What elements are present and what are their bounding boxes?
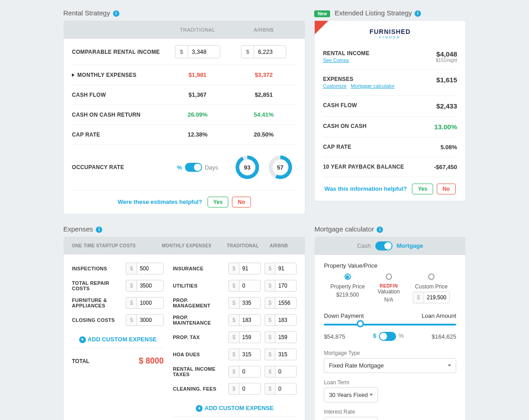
repair-input[interactable]: $ <box>126 280 164 292</box>
prop_maint-trad-input[interactable]: $ <box>228 314 261 326</box>
feedback-text: Were these estimates helpful? <box>118 198 202 205</box>
furniture-input[interactable]: $ <box>126 297 164 309</box>
traditional-header: TRADITIONAL <box>165 27 231 33</box>
down-payment-slider[interactable] <box>324 324 456 326</box>
expenses-card: ONE TIME STARTUP COSTS MONTHLY EXPENSES … <box>63 236 305 420</box>
coc-label: CASH ON CASH RETURN <box>72 112 165 118</box>
mortgage-card: Cash Mortgage Property Value/Price Prope… <box>314 236 466 420</box>
ext-payback-label: 10 YEAR PAYBACK BALANCE <box>323 164 404 170</box>
coc-airbnb: 54.41% <box>231 111 297 118</box>
prop_tax-trad-input[interactable]: $ <box>228 331 261 343</box>
monthly-prop_mgmt-label: PROP. MANAGEMENT <box>173 297 228 308</box>
closing-input[interactable]: $ <box>126 314 164 326</box>
prop_mgmt-airbnb-input[interactable]: $ <box>264 297 297 309</box>
cash-flow-label: CASH FLOW <box>72 92 165 98</box>
cleaning-airbnb-input[interactable]: $ <box>264 383 297 395</box>
closing-label: CLOSING COSTS <box>72 317 126 323</box>
info-icon[interactable]: i <box>377 227 383 233</box>
pct-label: % <box>177 164 182 171</box>
monthly-insurance-label: INSURANCE <box>173 266 228 271</box>
expenses-title: Expenses i <box>63 225 305 233</box>
monthly-exp-airbnb: $3,372 <box>231 71 297 78</box>
monthly-hoa-label: HOA DUES <box>173 352 228 357</box>
cap-trad: 12.38% <box>165 131 231 138</box>
cap-airbnb: 20.50% <box>231 131 297 138</box>
radio-icon <box>345 274 351 280</box>
yes-button[interactable]: Yes <box>208 197 229 208</box>
down-payment-val: $54,875 <box>324 333 345 340</box>
plus-icon: + <box>196 405 203 412</box>
custom-price-option[interactable]: Custom Price $ <box>413 274 450 303</box>
monthly-utilities-label: UTILITIES <box>173 283 228 288</box>
property-price-option[interactable]: Property Price $219,500 <box>331 274 365 303</box>
ext-cashflow-val: $2,433 <box>436 102 457 110</box>
no-button[interactable]: No <box>437 184 456 194</box>
loan-term-label: Loan Term <box>324 379 456 386</box>
monthly-expenses-label[interactable]: MONTHLY EXPENSES <box>72 72 165 78</box>
loan-term-select[interactable]: 30 Years Fixed <box>324 387 378 402</box>
mortgage-type-select[interactable]: Fixed Rate Mortgage <box>324 358 456 373</box>
radio-icon <box>386 274 392 280</box>
prop_maint-airbnb-input[interactable]: $ <box>264 314 297 326</box>
airbnb-occupancy-donut: 57 <box>269 156 292 179</box>
monthly-prop_tax-label: PROP. TAX <box>173 335 228 340</box>
add-custom-monthly[interactable]: +ADD CUSTOM EXPENSE <box>173 400 297 416</box>
rental_tax-airbnb-input[interactable]: $ <box>264 366 297 378</box>
info-icon[interactable]: i <box>415 10 421 17</box>
mortgage-calc-link[interactable]: Mortgage calculator <box>351 83 395 89</box>
ext-cap-val: 5.08% <box>440 144 457 151</box>
rental_tax-trad-input[interactable]: $ <box>228 366 261 378</box>
custom-price-input[interactable] <box>424 292 450 303</box>
coc-trad: 26.09% <box>165 111 231 118</box>
startup-hdr: ONE TIME STARTUP COSTS <box>72 243 162 248</box>
redfin-option[interactable]: REDFIN Valuation N/A <box>378 274 400 303</box>
ext-expenses-label: EXPENSES <box>323 76 394 82</box>
rental-strategy-title: Rental Strategy i <box>63 9 305 17</box>
hoa-airbnb-input[interactable]: $ <box>264 349 297 360</box>
hoa-trad-input[interactable]: $ <box>228 349 261 360</box>
customize-link[interactable]: Customize <box>323 83 346 89</box>
cash-label: Cash <box>357 242 371 249</box>
ext-cashflow-label: CASH FLOW <box>323 102 357 109</box>
ext-expenses-val: $1,615 <box>436 76 457 84</box>
ext-cap-label: CAP RATE <box>323 144 351 150</box>
feedback-text: Was this information helpful? <box>325 185 407 192</box>
yes-button[interactable]: Yes <box>412 184 433 194</box>
info-icon[interactable]: i <box>96 227 102 233</box>
startup-total-val: $ 8000 <box>139 356 164 366</box>
ext-coc-label: CASH ON CASH <box>323 123 366 129</box>
monthly-hdr: MONTHLY EXPENSES <box>162 243 225 248</box>
interest-rate-input[interactable] <box>324 417 378 420</box>
loan-amount-label: Loan Amount <box>421 312 456 319</box>
comparable-label: COMPARABLE RENTAL INCOME <box>72 49 165 55</box>
see-comps-link[interactable]: See Comps <box>323 57 369 63</box>
info-icon[interactable]: i <box>113 10 119 17</box>
plus-icon: + <box>79 336 86 343</box>
insurance-airbnb-input[interactable]: $ <box>264 263 297 274</box>
airbnb-hdr: AIRBNB <box>261 243 297 248</box>
ext-payback-val: -$67,450 <box>434 164 457 170</box>
add-custom-startup[interactable]: +ADD CUSTOM EXPENSE <box>72 331 164 348</box>
prop_mgmt-trad-input[interactable]: $ <box>228 297 261 309</box>
cash-mortgage-toggle[interactable] <box>375 241 392 250</box>
repair-label: TOTAL REPAIR COSTS <box>72 280 126 291</box>
monthly-exp-trad: $1,981 <box>165 71 231 78</box>
monthly-rental_tax-label: RENTAL INCOME TAXES <box>173 366 228 377</box>
ext-income-val: $4,048 <box>436 50 457 58</box>
utilities-trad-input[interactable]: $ <box>228 280 261 292</box>
redfin-logo: REDFIN <box>378 283 400 288</box>
no-button[interactable]: No <box>232 197 251 208</box>
dollar-pct-toggle[interactable] <box>379 332 396 341</box>
pct-days-toggle[interactable] <box>185 163 202 172</box>
airbnb-income-input[interactable]: $ <box>231 45 297 58</box>
utilities-airbnb-input[interactable]: $ <box>264 280 297 292</box>
inspections-input[interactable]: $ <box>126 263 164 274</box>
traditional-income-input[interactable]: $ <box>165 45 231 58</box>
furnished-finder-logo: FURNISHEDFINDER <box>315 21 465 44</box>
insurance-trad-input[interactable]: $ <box>228 263 261 274</box>
cleaning-trad-input[interactable]: $ <box>228 383 261 395</box>
trad-hdr: TRADITIONAL <box>225 243 261 248</box>
prop_tax-airbnb-input[interactable]: $ <box>264 331 297 343</box>
airbnb-header: AIRBNB <box>231 27 297 33</box>
interest-rate-label: Interest Rate <box>324 409 456 415</box>
